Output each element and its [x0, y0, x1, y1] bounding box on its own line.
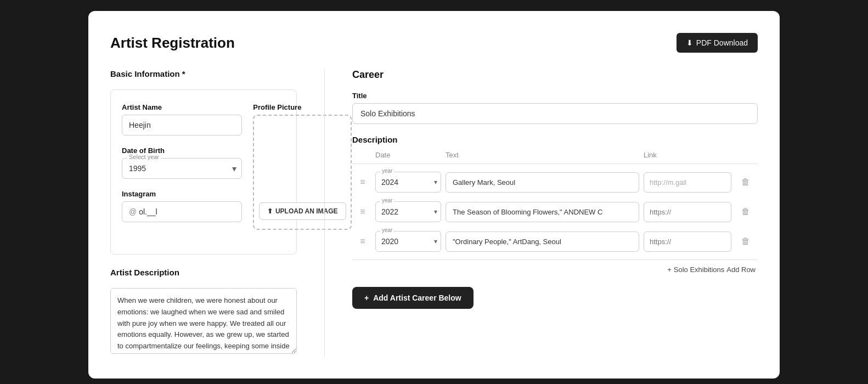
row-link-1[interactable] [644, 172, 731, 193]
basic-info-top: Artist Name Date of Birth Select year 19… [122, 103, 285, 241]
year-select-1[interactable]: 20242023202220212020 [376, 172, 441, 192]
drag-handle-2[interactable]: ≡ [354, 207, 371, 217]
year-label-1: year [380, 168, 394, 174]
artist-name-group: Artist Name [122, 103, 242, 135]
instagram-group: Instagram @ [122, 190, 242, 222]
career-heading: Career [352, 69, 758, 81]
row-text-3[interactable] [446, 231, 639, 252]
basic-info-heading: Basic Information * [110, 69, 297, 78]
profile-picture-label: Profile Picture [253, 103, 352, 111]
add-row-bar: + Solo Exhibitions Add Row [352, 259, 758, 274]
year-label-3: year [380, 227, 394, 233]
upload-box[interactable]: ⬆ UPLOAD AN IMAGE [253, 115, 352, 230]
year-label-2: year [380, 197, 394, 204]
add-row-label: Solo Exhibitions [674, 266, 725, 274]
career-title-section: Title [352, 92, 758, 124]
basic-info-box: Artist Name Date of Birth Select year 19… [110, 89, 297, 255]
delete-row-1[interactable]: 🗑 [736, 177, 756, 187]
career-title-input[interactable] [352, 103, 758, 124]
year-select-wrapper-2: year 20242023202220212020 [375, 201, 441, 222]
delete-row-3[interactable]: 🗑 [736, 236, 756, 246]
add-row-button[interactable]: + Solo Exhibitions Add Row [667, 266, 756, 274]
instagram-at-sign: @ [129, 207, 137, 216]
delete-row-2[interactable]: 🗑 [736, 207, 756, 217]
artist-name-label: Artist Name [122, 103, 242, 111]
pdf-download-button[interactable]: ⬇ PDF Download [677, 33, 758, 53]
add-career-button[interactable]: + Add Artist Career Below [352, 287, 474, 309]
description-label: Description [352, 135, 758, 144]
plus-icon-career: + [364, 293, 369, 302]
instagram-wrapper: @ [122, 201, 242, 222]
artist-name-input[interactable] [122, 115, 242, 135]
basic-info-left-col: Artist Name Date of Birth Select year 19… [122, 103, 242, 241]
panel-divider [324, 69, 325, 357]
add-row-text: Add Row [726, 266, 756, 274]
table-header: Date Text Link [352, 151, 758, 164]
profile-picture-group: Profile Picture ⬆ UPLOAD AN IMAGE [253, 103, 352, 230]
artist-description-section: Artist Description When we were children… [110, 268, 297, 356]
header-date: Date [375, 151, 441, 159]
dob-year-select[interactable]: 1995 1994 1993 1992 1991 1990 [122, 158, 242, 179]
instagram-label: Instagram [122, 190, 242, 198]
row-text-1[interactable] [446, 172, 639, 193]
main-card: Artist Registration ⬇ PDF Download Basic… [88, 11, 780, 379]
year-select-wrapper-3: year 20242023202220212020 [375, 231, 441, 252]
table-row: ≡ year 20242023202220212020 🗑 [352, 168, 758, 196]
table-row: ≡ year 20242023202220212020 🗑 [352, 228, 758, 255]
instagram-input[interactable] [139, 202, 235, 222]
dob-select-wrapper: Select year 1995 1994 1993 1992 1991 199… [122, 158, 242, 179]
artist-description-heading: Artist Description [110, 268, 297, 277]
plus-icon-row: + [667, 266, 672, 274]
year-select-2[interactable]: 20242023202220212020 [376, 202, 441, 222]
download-icon: ⬇ [686, 38, 693, 47]
table-row: ≡ year 20242023202220212020 🗑 [352, 198, 758, 225]
right-panel: Career Title Description Date Text Link [352, 69, 758, 357]
drag-handle-3[interactable]: ≡ [354, 236, 371, 246]
page-header: Artist Registration ⬇ PDF Download [110, 33, 758, 53]
dob-select-label: Select year [127, 154, 161, 160]
profile-picture-col: Profile Picture ⬆ UPLOAD AN IMAGE [253, 103, 352, 241]
career-description-section: Description Date Text Link ≡ year 202420… [352, 135, 758, 274]
row-link-2[interactable] [644, 202, 731, 222]
drag-handle-1[interactable]: ≡ [354, 177, 371, 187]
year-select-3[interactable]: 20242023202220212020 [376, 231, 441, 251]
header-text: Text [446, 151, 639, 159]
row-link-3[interactable] [644, 231, 731, 252]
dob-group: Date of Birth Select year 1995 1994 1993… [122, 146, 242, 179]
header-link: Link [644, 151, 731, 159]
title-label: Title [352, 92, 758, 100]
upload-icon: ⬆ [267, 207, 273, 215]
left-panel: Basic Information * Artist Name Date of … [110, 69, 297, 357]
page-title: Artist Registration [110, 35, 235, 52]
year-select-wrapper-1: year 20242023202220212020 [375, 172, 441, 193]
upload-image-button[interactable]: ⬆ UPLOAD AN IMAGE [259, 202, 346, 220]
content-area: Basic Information * Artist Name Date of … [110, 69, 758, 357]
artist-description-textarea[interactable]: When we were children, we were honest ab… [110, 288, 297, 354]
row-text-2[interactable] [446, 202, 639, 222]
